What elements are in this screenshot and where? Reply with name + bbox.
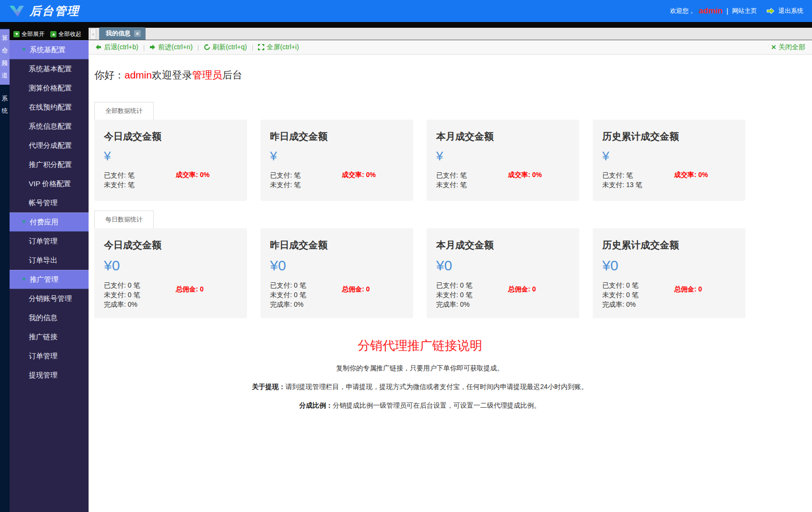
sidebar-group-paid-apps[interactable]: 付费应用: [10, 212, 89, 232]
tab-scroll-left-button[interactable]: ‹: [90, 28, 96, 40]
header-divider: |: [726, 7, 728, 15]
sidebar-item-order-management-2[interactable]: 订单管理: [10, 346, 89, 366]
tab-close-icon[interactable]: ×: [134, 30, 141, 37]
promo-line-ratio: 分成比例：分销提成比例一级管理员可在后台设置，可设置一二级代理提成比例。: [94, 401, 745, 410]
logout-arrow-icon: [767, 8, 775, 14]
stats-section-all: 全部数据统计 今日成交金额 ¥ 已支付: 笔 未支付: 笔 成交率: 0%: [94, 102, 806, 201]
welcome-username: admin: [124, 69, 152, 80]
paid-count: 已支付: 0 笔: [270, 280, 342, 290]
expand-all-icon: [13, 31, 20, 37]
username: admin: [699, 6, 722, 16]
promo-title: 分销代理推广链接说明: [94, 337, 745, 354]
home-link[interactable]: 网站主页: [732, 7, 757, 15]
sidebar-item-price-calc-config[interactable]: 测算价格配置: [10, 78, 89, 98]
unpaid-count: 未支付: 0 笔: [270, 290, 342, 300]
stat-card-history: 历史累计成交金额 ¥ 已支付: 笔 未支付: 13 笔 成交率: 0%: [593, 120, 745, 201]
sidebar-item-distributor-accounts[interactable]: 分销账号管理: [10, 289, 89, 308]
stat-card-today-daily: 今日成交金额 ¥0 已支付: 0 笔 未支付: 0 笔 完成率: 0% 总佣金:…: [94, 228, 247, 318]
total-commission: 总佣金: 0: [508, 280, 536, 309]
paid-count: 已支付: 0 笔: [104, 280, 176, 290]
collapse-all-button[interactable]: 全部收起: [50, 30, 81, 38]
amount-value: ¥: [602, 149, 736, 164]
rail-tab-fortune-channel[interactable]: 算命频道: [0, 29, 10, 85]
sidebar-item-promo-links[interactable]: 推广链接: [10, 327, 89, 346]
stat-card-yesterday: 昨日成交金额 ¥ 已支付: 笔 未支付: 笔 成交率: 0%: [260, 120, 413, 201]
arrow-left-icon: [95, 44, 102, 50]
app-header: 后台管理 欢迎您， admin | 网站主页 退出系统: [0, 0, 812, 22]
rail-tab-system[interactable]: 系统: [0, 89, 10, 120]
unpaid-count: 未支付: 0 笔: [104, 290, 176, 300]
deal-rate: 成交率: 0%: [508, 170, 542, 189]
completion-rate: 完成率: 0%: [270, 300, 342, 309]
collapse-all-icon: [50, 31, 56, 37]
amount-value: ¥0: [104, 257, 237, 274]
navigation-toolbar: 后退(ctrl+b) | 前进(ctrl+n) | 刷新(ctrl+q) |: [89, 40, 812, 55]
chevron-down-icon: [22, 48, 26, 51]
sidebar-item-order-management[interactable]: 订单管理: [10, 232, 89, 251]
total-commission: 总佣金: 0: [342, 280, 370, 309]
refresh-button[interactable]: 刷新(ctrl+q): [204, 43, 247, 52]
chevron-down-icon: [22, 278, 26, 281]
unpaid-count: 未支付: 笔: [104, 180, 176, 189]
sidebar-item-account-management[interactable]: 帐号管理: [10, 193, 89, 212]
sidebar-item-system-info-config[interactable]: 系统信息配置: [10, 117, 89, 136]
sidebar-group-promotion[interactable]: 推广管理: [10, 270, 89, 289]
page-content: 你好：admin欢迎登录管理员后台 全部数据统计 今日成交金额 ¥ 已支付: 笔…: [89, 68, 812, 410]
paid-count: 已支付: 笔: [270, 170, 342, 180]
promo-line-withdraw: 关于提现：请到提现管理栏目，申请提现，提现方式为微信或者支付宝，任何时间内申请提…: [94, 383, 745, 391]
sidebar-item-agent-commission-config[interactable]: 代理分成配置: [10, 136, 89, 155]
refresh-icon: [204, 44, 210, 50]
stats-section-daily: 每日数据统计 今日成交金额 ¥0 已支付: 0 笔 未支付: 0 笔 完成率: …: [94, 211, 806, 318]
promo-section: 分销代理推广链接说明 复制你的专属推广链接，只要用户下单你即可获取提成。 关于提…: [94, 337, 745, 410]
tab-strip: ‹ 我的信息 ×: [89, 28, 812, 40]
logout-link[interactable]: 退出系统: [778, 7, 803, 15]
paid-count: 已支付: 笔: [436, 170, 508, 180]
unpaid-count: 未支付: 0 笔: [436, 290, 508, 300]
sidebar-toolbar: 全部展开 全部收起: [10, 28, 89, 40]
tab-all-data-stats[interactable]: 全部数据统计: [94, 102, 154, 120]
sidebar-group-system-config[interactable]: 系统基配置: [10, 40, 89, 59]
amount-value: ¥: [104, 149, 237, 164]
fullscreen-button[interactable]: 全屏(ctrl+i): [258, 43, 299, 52]
sidebar-item-system-basic-config[interactable]: 系统基本配置: [10, 59, 89, 78]
amount-value: ¥0: [436, 257, 570, 274]
sidebar-item-my-info[interactable]: 我的信息: [10, 308, 89, 327]
forward-button[interactable]: 前进(ctrl+n): [149, 43, 192, 52]
expand-all-button[interactable]: 全部展开: [13, 30, 45, 38]
stat-card-month-daily: 本月成交金额 ¥0 已支付: 0 笔 未支付: 0 笔 完成率: 0% 总佣金:…: [427, 228, 579, 318]
amount-value: ¥: [436, 149, 570, 164]
paid-count: 已支付: 0 笔: [602, 280, 674, 290]
sidebar-item-promo-points-config[interactable]: 推广积分配置: [10, 155, 89, 174]
tab-my-info[interactable]: 我的信息 ×: [99, 27, 146, 40]
total-commission: 总佣金: 0: [176, 280, 203, 309]
unpaid-count: 未支付: 笔: [436, 180, 508, 189]
back-button[interactable]: 后退(ctrl+b): [95, 43, 138, 52]
stats-cards-row: 今日成交金额 ¥0 已支付: 0 笔 未支付: 0 笔 完成率: 0% 总佣金:…: [94, 228, 806, 318]
sidebar-menu: 系统基配置 系统基本配置 测算价格配置 在线预约配置 系统信息配置 代理分成配置…: [10, 40, 89, 385]
total-commission: 总佣金: 0: [674, 280, 702, 309]
stat-card-yesterday-daily: 昨日成交金额 ¥0 已支付: 0 笔 未支付: 0 笔 完成率: 0% 总佣金:…: [260, 228, 413, 318]
deal-rate: 成交率: 0%: [674, 170, 708, 189]
app-title: 后台管理: [30, 3, 79, 19]
sidebar-item-vip-price-config[interactable]: VIP 价格配置: [10, 174, 89, 193]
brand: 后台管理: [9, 3, 79, 19]
arrow-right-icon: [149, 44, 156, 50]
deal-rate: 成交率: 0%: [176, 170, 210, 189]
sidebar-item-order-export[interactable]: 订单导出: [10, 251, 89, 270]
paid-count: 已支付: 笔: [602, 170, 674, 180]
stat-card-month: 本月成交金额 ¥ 已支付: 笔 未支付: 笔 成交率: 0%: [427, 120, 579, 201]
completion-rate: 完成率: 0%: [436, 300, 508, 309]
chevron-down-icon: [22, 221, 26, 223]
welcome-role: 管理员: [192, 69, 222, 80]
tab-daily-data-stats[interactable]: 每日数据统计: [94, 211, 154, 228]
unpaid-count: 未支付: 笔: [270, 180, 342, 189]
main-area: ‹ 我的信息 × 后退(ctrl+b) | 前进(ctrl+n) |: [89, 28, 812, 512]
sidebar: 全部展开 全部收起 系统基配置 系统基本配置 测算价格配置 在线预约配置 系统信…: [10, 28, 89, 512]
completion-rate: 完成率: 0%: [104, 300, 176, 309]
stats-cards-row: 今日成交金额 ¥ 已支付: 笔 未支付: 笔 成交率: 0% 昨日成交金额: [94, 120, 806, 201]
sidebar-item-withdrawal-management[interactable]: 提现管理: [10, 366, 89, 385]
header-user-area: 欢迎您， admin | 网站主页 退出系统: [670, 6, 803, 16]
close-all-button[interactable]: × 关闭全部: [771, 43, 805, 52]
sidebar-item-online-booking-config[interactable]: 在线预约配置: [10, 98, 89, 117]
unpaid-count: 未支付: 13 笔: [602, 180, 674, 189]
